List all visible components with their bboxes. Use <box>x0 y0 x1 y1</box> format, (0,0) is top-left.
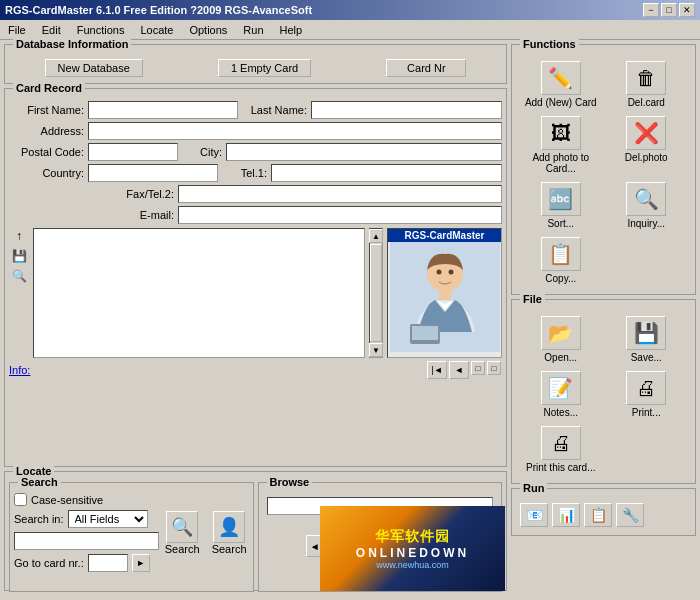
country-tel-row: Country: Tel.1: <box>9 164 502 182</box>
fax-input[interactable] <box>178 185 502 203</box>
first-name-label: First Name: <box>9 104 84 116</box>
empty-card-button[interactable]: 1 Empty Card <box>218 59 311 77</box>
left-panel: Database Information New Database 1 Empt… <box>4 44 507 591</box>
add-card-button[interactable]: ✏️ Add (New) Card <box>520 59 602 110</box>
search-text-input[interactable] <box>14 532 159 550</box>
minimize-button[interactable]: − <box>643 3 659 17</box>
search2-icon: 👤 <box>213 511 245 543</box>
functions-group: Functions ✏️ Add (New) Card 🗑 Del.card 🖼… <box>511 44 696 295</box>
case-sensitive-checkbox[interactable] <box>14 493 27 506</box>
functions-title: Functions <box>520 38 579 50</box>
inquiry-icon: 🔍 <box>626 182 666 216</box>
del-photo-button[interactable]: ❌ Del.photo <box>606 114 688 176</box>
save-label: Save... <box>631 352 662 363</box>
copy-button[interactable]: 📋 Copy... <box>520 235 602 286</box>
watermark-line3: www.newhua.com <box>376 560 449 570</box>
zoom-icon[interactable]: 🔍 <box>11 268 27 284</box>
postal-code-label: Postal Code: <box>9 146 84 158</box>
notes-button[interactable]: 📝 Notes... <box>520 369 602 420</box>
city-input[interactable] <box>226 143 502 161</box>
browse-subgroup: Browse < Browse > ◄◄ ◄ ► ►► ↑ <box>258 482 503 592</box>
search-in-select[interactable]: All Fields First Name Last Name Address <box>68 510 148 528</box>
run-chart-icon[interactable]: 📊 <box>552 503 580 527</box>
side-icons: ↑ 💾 🔍 <box>9 228 29 358</box>
search-subgroup: Search Case-sensitive Search in: All Fie… <box>9 482 254 592</box>
card-record-title: Card Record <box>13 82 85 94</box>
menu-functions[interactable]: Functions <box>73 23 129 37</box>
svg-rect-4 <box>412 326 438 340</box>
tel1-input[interactable] <box>271 164 502 182</box>
goto-arrow[interactable]: ► <box>132 554 150 572</box>
main-content: Database Information New Database 1 Empt… <box>0 40 700 595</box>
database-info-group: Database Information New Database 1 Empt… <box>4 44 507 84</box>
menu-edit[interactable]: Edit <box>38 23 65 37</box>
del-card-button[interactable]: 🗑 Del.card <box>606 59 688 110</box>
locate-content: Search Case-sensitive Search in: All Fie… <box>9 482 502 592</box>
copy-label: Copy... <box>545 273 576 284</box>
open-button[interactable]: 📂 Open... <box>520 314 602 365</box>
nav-first-button[interactable]: |◄ <box>427 361 447 379</box>
nav-small2[interactable]: □ <box>487 361 501 375</box>
copy-icon: 📋 <box>541 237 581 271</box>
watermark-line1: 华军软件园 <box>375 528 450 546</box>
info-link[interactable]: Info: <box>9 362 30 378</box>
notes-textarea[interactable] <box>33 228 365 358</box>
svg-point-5 <box>436 270 441 275</box>
notes-photo-area: ↑ 💾 🔍 ▲ ▼ <box>9 228 502 358</box>
country-input[interactable] <box>88 164 218 182</box>
menu-help[interactable]: Help <box>276 23 307 37</box>
print-button[interactable]: 🖨 Print... <box>606 369 688 420</box>
menu-file[interactable]: File <box>4 23 30 37</box>
last-name-input[interactable] <box>311 101 502 119</box>
card-nr-button[interactable]: Card Nr <box>386 59 466 77</box>
scroll-small-btn[interactable]: □ <box>471 361 485 375</box>
del-photo-icon: ❌ <box>626 116 666 150</box>
close-button[interactable]: ✕ <box>679 3 695 17</box>
menu-locate[interactable]: Locate <box>136 23 177 37</box>
search-button[interactable]: 🔍 Search <box>163 509 202 557</box>
search-controls: Case-sensitive Search in: All Fields Fir… <box>14 493 249 572</box>
last-name-label: Last Name: <box>242 104 307 116</box>
scroll-up-arrow[interactable]: ▲ <box>369 229 383 243</box>
menu-options[interactable]: Options <box>185 23 231 37</box>
postal-code-input[interactable] <box>88 143 178 161</box>
up-arrow-icon[interactable]: ↑ <box>11 228 27 244</box>
email-input[interactable] <box>178 206 502 224</box>
file-group: File 📂 Open... 💾 Save... 📝 Notes... 🖨 Pr… <box>511 299 696 484</box>
add-photo-button[interactable]: 🖼 Add photo to Card... <box>520 114 602 176</box>
city-label: City: <box>182 146 222 158</box>
add-card-label: Add (New) Card <box>525 97 597 108</box>
run-list-icon[interactable]: 📋 <box>584 503 612 527</box>
goto-input[interactable] <box>88 554 128 572</box>
first-name-input[interactable] <box>88 101 238 119</box>
tel1-label: Tel.1: <box>222 167 267 179</box>
run-title: Run <box>520 482 547 494</box>
scroll-down-arrow[interactable]: ▼ <box>369 343 383 357</box>
print-card-button[interactable]: 🖨 Print this card... <box>520 424 602 475</box>
fax-row: Fax/Tel.2: <box>9 185 502 203</box>
open-icon: 📂 <box>541 316 581 350</box>
window-title: RGS-CardMaster 6.1.0 Free Edition ?2009 … <box>5 4 312 16</box>
photo-image <box>388 242 501 352</box>
title-bar: RGS-CardMaster 6.1.0 Free Edition ?2009 … <box>0 0 700 20</box>
scroll-thumb[interactable] <box>370 244 382 342</box>
new-database-button[interactable]: New Database <box>45 59 143 77</box>
run-email-icon[interactable]: 📧 <box>520 503 548 527</box>
menu-run[interactable]: Run <box>239 23 267 37</box>
sort-label: Sort... <box>547 218 574 229</box>
search2-button[interactable]: 👤 Search <box>210 509 249 557</box>
print-label: Print... <box>632 407 661 418</box>
record-icon[interactable]: 💾 <box>11 248 27 264</box>
run-tool-icon[interactable]: 🔧 <box>616 503 644 527</box>
open-label: Open... <box>544 352 577 363</box>
nav-prev-button[interactable]: ◄ <box>449 361 469 379</box>
address-input[interactable] <box>88 122 502 140</box>
sort-button[interactable]: 🔤 Sort... <box>520 180 602 231</box>
print-icon: 🖨 <box>626 371 666 405</box>
vertical-scrollbar[interactable]: ▲ ▼ <box>369 228 383 358</box>
maximize-button[interactable]: □ <box>661 3 677 17</box>
photo-label: RGS-CardMaster <box>388 229 501 242</box>
notes-label: Notes... <box>544 407 578 418</box>
save-button[interactable]: 💾 Save... <box>606 314 688 365</box>
inquiry-button[interactable]: 🔍 Inquiry... <box>606 180 688 231</box>
